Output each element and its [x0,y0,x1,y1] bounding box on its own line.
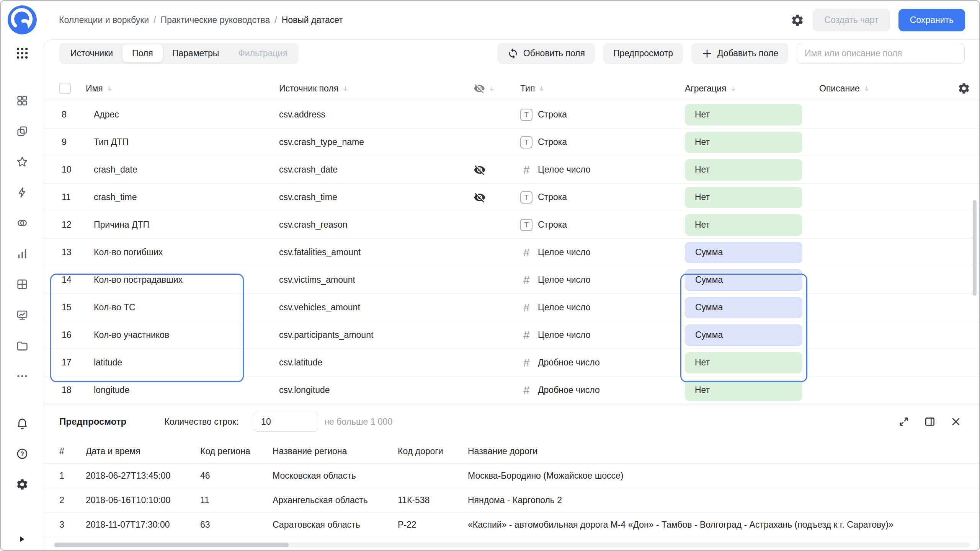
column-header-description[interactable]: Описание [812,83,951,94]
row-count-input[interactable] [254,412,318,432]
vertical-scrollbar[interactable] [973,200,977,296]
eye-off-icon[interactable] [474,191,486,204]
dataset-settings-button[interactable] [791,13,804,27]
aggregation-select[interactable]: Нет [685,104,802,126]
field-aggregation-cell: Сумма [685,297,812,318]
dataset-toolbar: Источники Поля Параметры Фильтрация Обно… [59,43,965,64]
field-row[interactable]: 17 latitude csv.latitude # Дробное число [44,349,979,377]
field-name: Кол-во участников [94,330,279,340]
column-header-source[interactable]: Источник поля [279,83,474,94]
create-chart-button[interactable]: Создать чарт [813,9,890,31]
sidebar-item-dashboards[interactable] [15,277,29,292]
preview-close-button[interactable] [950,416,962,428]
aggregation-select[interactable]: Нет [685,214,802,236]
sidebar-nav [1,93,44,383]
field-row[interactable]: 10 crash_date csv.crash_date # Целое чис… [44,156,979,184]
column-header-label: Имя [86,83,103,94]
sidebar-item-more[interactable] [15,369,29,383]
tab-fields[interactable]: Поля [122,44,163,62]
aggregation-select[interactable]: Нет [685,380,802,401]
select-all-checkbox[interactable] [59,83,71,94]
preview-panel: Предпросмотр Количество строк: не больше… [44,404,979,537]
field-visibility-cell [474,191,520,204]
breadcrumb-item[interactable]: Практические руководства [160,15,270,25]
eye-off-icon[interactable] [474,164,486,176]
aggregation-select[interactable]: Нет [685,159,802,181]
settings-button[interactable] [15,477,29,492]
column-header-visibility[interactable] [474,83,520,94]
tab-sources[interactable]: Источники [61,44,122,62]
notifications-button[interactable] [15,416,29,430]
sidebar-item-storage[interactable] [15,338,29,353]
field-row[interactable]: 16 Кол-во участников csv.participants_am… [44,321,979,349]
breadcrumb-item[interactable]: Коллекции и воркбуки [59,15,149,25]
tab-filtering[interactable]: Фильтрация [229,44,297,62]
sidebar-item-connections[interactable] [15,185,29,200]
type-icon: T [520,219,532,231]
aggregation-select[interactable]: Сумма [685,242,802,263]
monitor-icon [16,308,29,321]
apps-grid-icon[interactable] [15,46,29,60]
horizontal-scrollbar-track [53,543,970,547]
sidebar-item-editor[interactable] [15,308,29,322]
aggregation-select[interactable]: Сумма [685,269,802,291]
type-icon: T [520,191,532,204]
field-type-label: Дробное число [538,357,600,368]
save-button[interactable]: Сохранить [898,9,965,31]
field-source: csv.longitude [279,385,474,395]
column-header-name[interactable]: Имя [86,83,279,94]
preview-toggle-button[interactable]: Предпросмотр [603,43,683,64]
sidebar-item-datasets[interactable] [15,216,29,230]
field-aggregation-cell: Нет [685,380,812,401]
field-row[interactable]: 18 longitude csv.longitude # Дробное чис… [44,377,979,404]
datalens-logo[interactable] [8,5,37,34]
field-row[interactable]: 13 Кол-во погибших csv.fatalities_amount… [44,239,979,266]
field-type-cell: T Строка [520,191,685,204]
topbar: Коллекции и воркбуки / Практические руко… [44,1,979,39]
field-row[interactable]: 15 Кол-во ТС csv.vehicles_amount # Целое… [44,294,979,321]
field-row[interactable]: 11 crash_time csv.crash_time T Строка [44,184,979,211]
preview-column-header: # [59,446,86,456]
horizontal-scrollbar-thumb[interactable] [54,543,289,547]
aggregation-select[interactable]: Нет [685,132,802,153]
field-name: Кол-во погибших [94,247,279,258]
column-header-type[interactable]: Тип [520,83,685,94]
refresh-fields-button[interactable]: Обновить поля [497,43,595,64]
preview-expand-button[interactable] [898,416,910,428]
aggregation-value: Нет [695,357,710,368]
bell-icon [16,417,29,430]
field-row[interactable]: 12 Причина ДТП csv.crash_reason T Строка [44,211,979,239]
field-type-cell: # Дробное число [520,357,685,369]
preview-layout-button[interactable] [924,416,936,428]
field-row[interactable]: 9 Тип ДТП csv.crash_type_name T Строка [44,129,979,156]
aggregation-select[interactable]: Нет [685,352,802,373]
fields-toolbar-actions: Обновить поля Предпросмотр Добавить поле [497,43,965,64]
sidebar-expand-button[interactable] [17,534,28,546]
help-button[interactable]: ? [15,447,29,461]
sidebar-item-collections[interactable] [15,93,29,108]
add-field-button[interactable]: Добавить поле [691,43,788,64]
field-source: csv.crash_type_name [279,137,474,147]
add-field-label: Добавить поле [717,48,778,59]
breadcrumb-separator: / [154,15,156,25]
preview-cell-region-code: 11 [200,495,273,505]
field-row[interactable]: 14 Кол-во пострадавших csv.victims_amoun… [44,266,979,294]
field-row[interactable]: 8 Адрес csv.address T Строка [44,101,979,129]
aggregation-select[interactable]: Нет [685,187,802,208]
refresh-icon [507,48,519,59]
preview-column-header: Дата и время [86,446,200,456]
field-search-input[interactable] [797,43,965,64]
aggregation-select[interactable]: Сумма [685,297,802,318]
field-type-cell: # Целое число [520,164,685,176]
sidebar-item-charts[interactable] [15,246,29,261]
tab-parameters[interactable]: Параметры [163,44,229,62]
close-icon [950,416,962,428]
row-number: 16 [59,330,94,340]
aggregation-select[interactable]: Сумма [685,324,802,346]
preview-table-body: 1 2018-06-27T13:45:00 46 Московская обла… [44,464,979,537]
table-settings-button[interactable] [957,82,970,95]
sidebar-item-favorites[interactable] [15,155,29,169]
column-header-aggregation[interactable]: Агрегация [685,83,812,94]
squares-grid-icon [16,94,29,107]
sidebar-item-workbooks[interactable] [15,124,29,139]
